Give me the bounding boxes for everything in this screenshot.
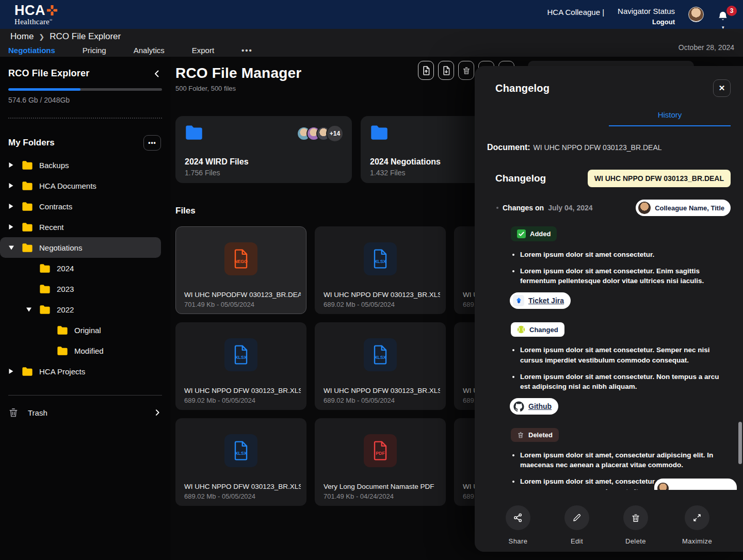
share-button[interactable]: Share: [506, 505, 530, 552]
user-avatar[interactable]: [688, 7, 704, 22]
file-name: Very Long Document Namaste PDF: [324, 483, 440, 490]
changes-on-label: Changes on July 04, 2024: [503, 204, 593, 212]
status-badge-label: Changed: [529, 326, 558, 334]
file-name: WI UHC NPPO DFW 030123_BR.XLSX: [324, 387, 440, 394]
changes-date: July 04, 2024: [548, 204, 592, 212]
sidebar-item-2022[interactable]: 2022: [0, 299, 161, 320]
panel-tab-bar: History: [487, 110, 731, 126]
file-name: WI UHC NPPODFW 030123_BR.DEAL: [184, 291, 301, 299]
breadcrumb-current[interactable]: RCO File Explorer: [50, 31, 121, 42]
action-label: Edit: [571, 537, 583, 545]
file-card[interactable]: XLSXWI UHC NPPO DFW 030123_BR.XLSX689.02…: [315, 226, 446, 314]
nav-strip: Home ❯ RCO File Explorer NegotiationsPri…: [0, 29, 743, 57]
sidebar-item-hca-documents[interactable]: HCA Documents: [0, 175, 161, 196]
folder-icon: [39, 305, 57, 315]
folder-card-count: 1.432 Files: [370, 169, 405, 177]
panel-action-bar: ShareEditDeleteMaximize: [475, 490, 743, 552]
folders-more-button[interactable]: •••: [143, 135, 161, 151]
current-date: October 28, 2024: [679, 43, 734, 52]
folder-icon: [22, 243, 39, 253]
caret-right-icon[interactable]: [8, 183, 22, 189]
file-name-badge: WI UHC NPPO DFW 030123_BR.DEAL: [588, 170, 731, 187]
file-card[interactable]: XLSXWI UHC NPPO DFW 030123_BR.XLSX689.02…: [175, 418, 306, 506]
svg-text:XLSX: XLSX: [235, 355, 247, 360]
hca-logo-text: HCA: [14, 4, 45, 18]
link-github[interactable]: Github: [510, 398, 558, 415]
folder-card-2024-wird-files[interactable]: +142024 WIRD Files1.756 Files: [175, 116, 352, 183]
sidebar-item-trash[interactable]: Trash: [8, 407, 161, 418]
sidebar-item-recent[interactable]: Recent: [0, 217, 161, 237]
document-label: Document:: [487, 143, 530, 152]
delete-button[interactable]: Delete: [623, 505, 648, 552]
download-file-button[interactable]: [438, 61, 454, 80]
svg-text:XLSX: XLSX: [375, 259, 386, 264]
folder-card-name: 2024 WIRD Files: [185, 157, 249, 167]
trash-label: Trash: [28, 408, 154, 417]
breadcrumb-home[interactable]: Home: [10, 31, 34, 42]
tab-bar: NegotiationsPricingAnalyticsExport•••: [0, 42, 743, 55]
sidebar-item-hca-projects[interactable]: HCA Projects: [0, 361, 161, 382]
file-name: WI UHC NPPO DFW 030123_BR.XLSX: [184, 387, 301, 394]
sidebar-item-label: Backups: [39, 161, 69, 170]
xlsx-file-icon: XLSX: [224, 338, 257, 371]
file-icon: [442, 65, 450, 76]
colleague-label: HCA Colleague |: [547, 7, 604, 17]
link-ticket-jira[interactable]: Ticket Jira: [510, 292, 571, 309]
trash-icon: [8, 407, 19, 418]
sidebar-item-2024[interactable]: 2024: [0, 258, 161, 278]
close-panel-button[interactable]: ✕: [713, 79, 731, 97]
folder-card-count: 1.756 Files: [185, 169, 220, 177]
delete-file-button[interactable]: [458, 61, 474, 80]
change-item: Lorem ipsum dolor sit amet consectetur. …: [520, 372, 731, 391]
tab-analytics[interactable]: Analytics: [134, 46, 165, 55]
sidebar-item-original[interactable]: Original: [0, 320, 161, 340]
file-card[interactable]: XLSXWI UHC NPPO DFW 030123_BR.XLSX689.02…: [315, 322, 446, 410]
collapse-sidebar-button[interactable]: [153, 70, 161, 78]
caret-right-icon[interactable]: [8, 368, 22, 374]
panel-scrollbar[interactable]: [738, 422, 742, 464]
edit-button[interactable]: Edit: [564, 505, 589, 552]
caret-right-icon[interactable]: [8, 203, 22, 209]
status-badge-label: Added: [530, 230, 551, 238]
caret-right-icon[interactable]: [8, 224, 22, 230]
chevron-right-icon: ❯: [39, 33, 44, 41]
app-header: HCA Healthcare® HCA Colleague | Navigato…: [0, 0, 743, 29]
maximize-button[interactable]: Maximize: [682, 505, 712, 552]
tab-history[interactable]: History: [609, 110, 731, 126]
folder-tree: BackupsHCA DocumentsContractsRecentNegot…: [0, 155, 170, 382]
caret-down-icon[interactable]: [8, 245, 22, 251]
notifications-button[interactable]: 3 ▾: [717, 7, 733, 27]
nego-file-icon: NEGO: [224, 242, 257, 275]
tab-pricing[interactable]: Pricing: [83, 46, 106, 55]
sidebar-item-negotiations[interactable]: Negotiations: [0, 237, 161, 258]
file-card[interactable]: NEGOWI UHC NPPODFW 030123_BR.DEAL701.49 …: [175, 226, 306, 314]
sidebar-item-2023[interactable]: 2023: [0, 278, 161, 299]
share-icon: [506, 505, 530, 530]
storage-label: 574.6 Gb / 2048Gb: [8, 96, 162, 104]
colleague-chip[interactable]: Colleague Name, Title: [636, 200, 731, 216]
sidebar-item-modified[interactable]: Modified: [0, 340, 161, 361]
svg-text:PDF: PDF: [376, 451, 384, 456]
logout-button[interactable]: Logout: [652, 18, 675, 26]
folder-icon: [39, 263, 57, 273]
folder-icon: [39, 284, 57, 294]
sidebar-item-backups[interactable]: Backups: [0, 155, 161, 175]
more-tabs-button[interactable]: •••: [241, 46, 253, 55]
caret-down-icon[interactable]: [26, 307, 39, 312]
file-card[interactable]: XLSXWI UHC NPPO DFW 030123_BR.XLSX689.02…: [175, 322, 306, 410]
file-meta: 689.02 Mb - 05/05/2024: [324, 397, 395, 404]
change-item: Lorem ipsum dolor sit amet consectetur. …: [520, 266, 731, 286]
file-meta: 689.02 Mb - 05/05/2024: [184, 397, 255, 404]
file-card[interactable]: PDFVery Long Document Namaste PDF701.49 …: [315, 418, 446, 506]
caret-right-icon[interactable]: [8, 162, 22, 168]
chevron-right-icon: [154, 409, 161, 416]
folder-icon: [22, 367, 39, 376]
sidebar-item-label: Recent: [39, 223, 64, 232]
upload-file-button[interactable]: [418, 61, 434, 80]
tab-export[interactable]: Export: [192, 46, 214, 55]
tab-negotiations[interactable]: Negotiations: [8, 46, 55, 55]
status-badge-label: Deleted: [528, 431, 553, 439]
sidebar-item-contracts[interactable]: Contracts: [0, 196, 161, 217]
file-meta: 701.49 Kb - 04/24/2024: [324, 492, 394, 500]
sidebar-item-label: 2022: [57, 305, 74, 314]
